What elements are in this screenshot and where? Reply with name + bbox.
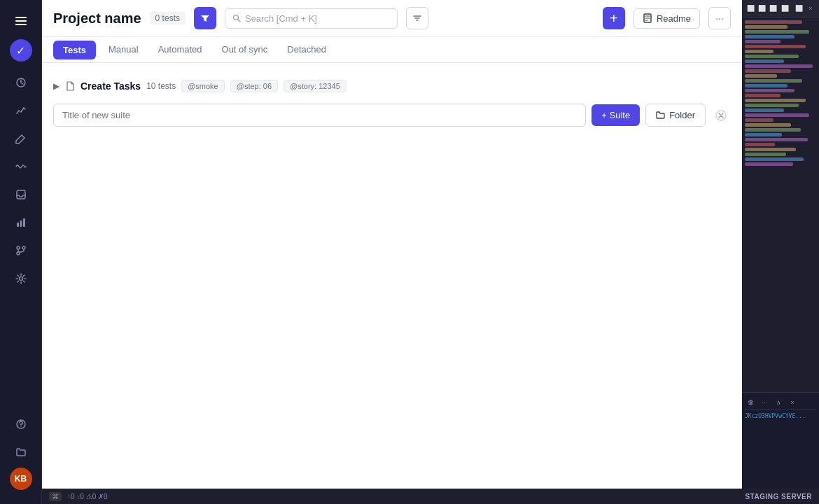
suite-tag-smoke[interactable]: @smoke <box>181 80 225 92</box>
tab-tests-label: Tests <box>63 45 86 55</box>
tab-automated[interactable]: Automated <box>148 37 212 63</box>
hamburger-icon[interactable] <box>8 8 34 34</box>
tab-detached-label: Detached <box>287 44 326 55</box>
sidebar: ✓ <box>0 0 42 504</box>
suite-name[interactable]: Create Tasks <box>80 80 141 92</box>
add-folder-label: Folder <box>669 110 695 120</box>
tab-bar: Tests Manual Automated Out of sync Detac… <box>42 37 742 63</box>
right-panel: ⬜ ⬜ ⬜ ⬜ ⬜ × <box>742 0 819 504</box>
git-indicators: ↑0 ↓0 ⚠0 ✗0 <box>67 493 108 500</box>
folder-icon <box>656 111 665 120</box>
edit-nav-icon[interactable] <box>8 126 34 151</box>
svg-rect-2 <box>17 223 19 227</box>
panel-terminal: 🗑 ··· ∧ × JKczU3HVPVwCYVE... <box>742 392 819 504</box>
adjust-button[interactable] <box>406 7 428 29</box>
svg-point-11 <box>233 15 238 20</box>
page-header: Project name 0 tests Search [Cmd + K] + <box>42 0 742 37</box>
svg-rect-3 <box>20 220 22 227</box>
search-placeholder-text: Search [Cmd + K] <box>245 13 317 24</box>
tab-automated-label: Automated <box>158 44 202 55</box>
tab-tests[interactable]: Tests <box>53 41 96 59</box>
cancel-new-suite-button[interactable] <box>711 106 731 125</box>
project-title: Project name <box>53 10 141 27</box>
suite-test-count: 10 tests <box>146 81 176 91</box>
status-bar-right: STAGING SERVER <box>745 493 812 500</box>
add-button[interactable]: + <box>603 7 625 29</box>
svg-point-5 <box>17 246 20 249</box>
signal-nav-icon[interactable] <box>8 154 34 179</box>
branches-nav-icon[interactable] <box>8 238 34 263</box>
svg-rect-4 <box>23 218 25 227</box>
panel-split-icon[interactable]: ⬜ <box>794 3 803 14</box>
sidebar-bottom: KB <box>8 412 34 496</box>
status-bar: ⌘ ↑0 ↓0 ⚠0 ✗0 STAGING SERVER <box>42 489 819 504</box>
suite-tag-step[interactable]: @step: 06 <box>230 80 278 92</box>
svg-point-6 <box>22 246 25 249</box>
filter-button[interactable] <box>194 7 216 29</box>
more-icon: ··· <box>715 13 724 24</box>
svg-point-10 <box>20 426 21 426</box>
checkmark-symbol: ✓ <box>16 44 25 57</box>
panel-tool-3[interactable]: ⬜ <box>769 3 778 14</box>
status-bar-left: ⌘ ↑0 ↓0 ⚠0 ✗0 <box>49 492 108 501</box>
terminal-trash-icon[interactable]: 🗑 <box>745 397 756 408</box>
new-suite-input[interactable] <box>53 104 586 127</box>
panel-tool-1[interactable]: ⬜ <box>746 3 755 14</box>
reports-nav-icon[interactable] <box>8 210 34 235</box>
user-avatar[interactable]: KB <box>10 468 32 490</box>
search-icon <box>232 14 241 22</box>
main-content: Project name 0 tests Search [Cmd + K] + <box>42 0 742 504</box>
add-suite-button[interactable]: + Suite <box>592 104 640 126</box>
help-nav-icon[interactable] <box>8 412 34 437</box>
runs-nav-icon[interactable] <box>8 70 34 95</box>
analytics-nav-icon[interactable] <box>8 98 34 123</box>
add-suite-label: + Suite <box>601 110 630 120</box>
terminal-text: JKczU3HVPVwCYVE... <box>745 413 816 419</box>
terminal-more-icon[interactable]: ··· <box>759 397 770 408</box>
suite-chevron-icon[interactable]: ▶ <box>53 81 59 91</box>
command-icon[interactable]: ⌘ <box>49 492 62 501</box>
suite-file-icon <box>65 81 75 91</box>
tab-out-of-sync[interactable]: Out of sync <box>212 37 278 63</box>
tab-out-of-sync-label: Out of sync <box>222 44 268 55</box>
terminal-up-icon[interactable]: ∧ <box>773 397 784 408</box>
content-area: ▶ Create Tasks 10 tests @smoke @step: 06… <box>42 63 742 504</box>
suite-row: ▶ Create Tasks 10 tests @smoke @step: 06… <box>53 74 731 98</box>
test-count-badge: 0 tests <box>150 12 186 24</box>
readme-label: Readme <box>657 13 691 24</box>
hamburger-lines <box>15 17 27 25</box>
svg-rect-1 <box>17 190 25 199</box>
more-options-button[interactable]: ··· <box>708 7 731 29</box>
terminal-close-icon[interactable]: × <box>787 397 798 408</box>
code-preview <box>742 18 819 392</box>
tab-manual[interactable]: Manual <box>99 37 148 63</box>
server-info: STAGING SERVER <box>745 493 812 500</box>
avatar-initials: KB <box>15 474 27 484</box>
search-bar[interactable]: Search [Cmd + K] <box>225 8 398 29</box>
suite-tag-story[interactable]: @story: 12345 <box>284 80 346 92</box>
readme-icon <box>643 13 652 23</box>
inbox-nav-icon[interactable] <box>8 182 34 207</box>
projects-nav-icon[interactable] <box>8 440 34 465</box>
add-icon: + <box>610 11 618 25</box>
tests-nav-icon[interactable]: ✓ <box>10 39 32 62</box>
readme-button[interactable]: Readme <box>634 8 700 29</box>
panel-tool-2[interactable]: ⬜ <box>757 3 766 14</box>
tab-manual-label: Manual <box>108 44 139 55</box>
settings-nav-icon[interactable] <box>8 266 34 291</box>
tab-detached[interactable]: Detached <box>277 37 336 63</box>
add-folder-button[interactable]: Folder <box>645 104 706 127</box>
panel-tool-4[interactable]: ⬜ <box>780 3 789 14</box>
svg-point-8 <box>19 277 22 281</box>
new-suite-row: + Suite Folder <box>53 104 731 127</box>
sidebar-nav: ✓ <box>8 8 34 409</box>
panel-toolbar: ⬜ ⬜ ⬜ ⬜ ⬜ × <box>742 0 819 18</box>
panel-close-icon[interactable]: × <box>806 3 815 14</box>
